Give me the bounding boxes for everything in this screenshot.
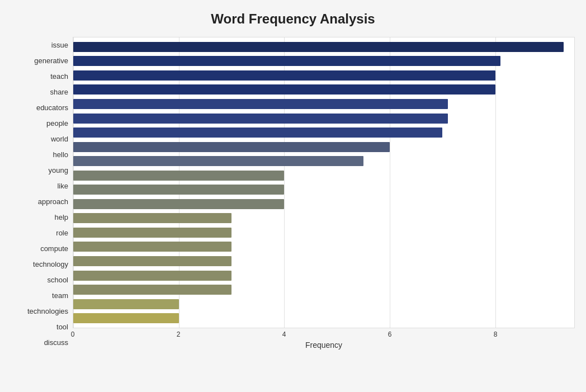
bar — [73, 185, 284, 195]
y-label: young — [49, 163, 68, 177]
y-label: teach — [50, 69, 68, 83]
chart-title: Word Frequency Analysis — [11, 11, 575, 27]
bar — [73, 242, 231, 252]
bar — [73, 171, 284, 181]
bar — [73, 256, 231, 266]
y-label: tool — [56, 320, 68, 334]
y-label: school — [47, 273, 68, 287]
y-label: educators — [36, 101, 68, 114]
y-label: approach — [38, 195, 68, 208]
bar — [73, 70, 495, 81]
bar — [73, 228, 231, 238]
bar — [73, 84, 495, 95]
y-label: technology — [33, 258, 68, 271]
bar — [73, 285, 231, 295]
bars-area — [73, 37, 575, 328]
bar-row — [73, 69, 574, 82]
bar — [73, 142, 390, 152]
bar-row — [73, 270, 574, 282]
x-tick: 0 — [71, 330, 75, 338]
x-axis-label: Frequency — [305, 341, 342, 350]
y-label: issue — [51, 38, 68, 51]
bar-row — [73, 255, 574, 267]
x-tick: 2 — [177, 330, 181, 338]
y-label: help — [54, 211, 68, 224]
bar-row — [73, 83, 574, 96]
y-label: technologies — [27, 305, 68, 318]
x-tick: 4 — [282, 330, 286, 338]
x-tick: 6 — [388, 330, 392, 338]
bar — [73, 127, 442, 138]
bar-row — [73, 284, 574, 296]
bar-row — [73, 141, 574, 153]
chart-container: Word Frequency Analysis issuegenerativet… — [0, 0, 586, 392]
bar-row — [73, 240, 574, 253]
y-label: hello — [53, 148, 68, 161]
bars-and-x: 02468 Frequency — [73, 37, 575, 351]
y-label: share — [50, 85, 68, 98]
bar — [73, 313, 179, 323]
bar — [73, 42, 564, 52]
y-label: like — [57, 179, 68, 192]
bar-row — [73, 198, 574, 210]
bar-row — [73, 312, 574, 324]
y-axis: issuegenerativeteachshareeducatorspeople… — [11, 37, 73, 351]
bar-row — [73, 226, 574, 239]
chart-area: issuegenerativeteachshareeducatorspeople… — [11, 37, 575, 351]
bar-row — [73, 55, 574, 67]
bar — [73, 99, 448, 109]
y-label: compute — [40, 242, 68, 256]
bar-row — [73, 112, 574, 125]
y-label: role — [56, 226, 68, 240]
bar — [73, 199, 284, 209]
y-label: discuss — [44, 336, 68, 350]
y-label: people — [46, 116, 68, 130]
bar — [73, 299, 179, 309]
bar — [73, 114, 448, 124]
y-label: generative — [34, 54, 68, 67]
bar — [73, 56, 500, 66]
x-tick: 8 — [494, 330, 498, 338]
y-label: team — [52, 289, 68, 303]
bar-row — [73, 155, 574, 167]
bar — [73, 156, 363, 166]
x-axis: 02468 Frequency — [73, 328, 575, 351]
y-label: world — [51, 132, 68, 145]
bar — [73, 271, 231, 281]
bar-row — [73, 169, 574, 182]
bar — [73, 213, 231, 223]
bar-row — [73, 298, 574, 310]
bar-row — [73, 126, 574, 139]
bar-row — [73, 98, 574, 110]
bar-row — [73, 212, 574, 224]
bar-row — [73, 41, 574, 53]
bar-row — [73, 183, 574, 196]
